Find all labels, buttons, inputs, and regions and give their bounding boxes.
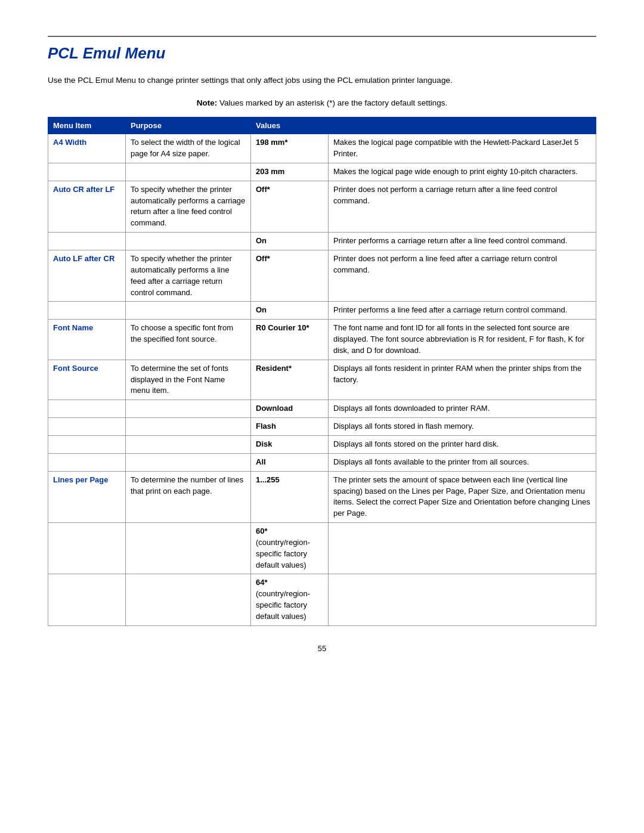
value-download: Download xyxy=(251,400,329,418)
desc-resident: Displays all fonts resident in printer R… xyxy=(329,360,596,400)
purpose-empty2 xyxy=(126,233,251,250)
purpose-empty7 xyxy=(126,453,251,471)
menu-item-a4width: A4 Width xyxy=(48,134,126,163)
menu-item-fontsource: Font Source xyxy=(48,360,126,400)
table-row: Font Source To determine the set of font… xyxy=(48,360,596,400)
table-row: Lines per Page To determine the number o… xyxy=(48,471,596,522)
note-text: Note: Values marked by an asterisk (*) a… xyxy=(48,98,596,107)
table-row: Flash Displays all fonts stored in flash… xyxy=(48,418,596,436)
desc-203mm: Makes the logical page wide enough to pr… xyxy=(329,163,596,181)
value-203mm: 203 mm xyxy=(251,163,329,181)
value-flash: Flash xyxy=(251,418,329,436)
desc-64 xyxy=(329,574,596,625)
desc-disk: Displays all fonts stored on the printer… xyxy=(329,435,596,453)
value-198mm: 198 mm* xyxy=(251,134,329,163)
menu-item-empty2 xyxy=(48,233,126,250)
menu-item-empty4 xyxy=(48,400,126,418)
value-disk: Disk xyxy=(251,435,329,453)
purpose-empty4 xyxy=(126,400,251,418)
table-row: All Displays all fonts available to the … xyxy=(48,453,596,471)
table-row: On Printer performs a carriage return af… xyxy=(48,233,596,250)
purpose-autocr: To specify whether the printer automatic… xyxy=(126,181,251,232)
desc-60 xyxy=(329,523,596,574)
purpose-empty6 xyxy=(126,435,251,453)
header-menu-item: Menu Item xyxy=(48,117,126,134)
desc-r0courier: The font name and font ID for all fonts … xyxy=(329,320,596,360)
desc-lf-off: Printer does not perform a line feed aft… xyxy=(329,250,596,302)
purpose-empty5 xyxy=(126,418,251,436)
value-all: All xyxy=(251,453,329,471)
header-values: Values xyxy=(251,117,329,134)
desc-198mm: Makes the logical page compatible with t… xyxy=(329,134,596,163)
value-64: 64*(country/region-specific factory defa… xyxy=(251,574,329,625)
desc-download: Displays all fonts downloaded to printer… xyxy=(329,400,596,418)
purpose-autolf: To specify whether the printer automatic… xyxy=(126,250,251,302)
table-row: A4 Width To select the width of the logi… xyxy=(48,134,596,163)
value-lf-off: Off* xyxy=(251,250,329,302)
desc-flash: Displays all fonts stored in flash memor… xyxy=(329,418,596,436)
value-lf-on: On xyxy=(251,302,329,320)
value-60: 60*(country/region-specific factory defa… xyxy=(251,523,329,574)
table-row: Download Displays all fonts downloaded t… xyxy=(48,400,596,418)
table-row: On Printer performs a line feed after a … xyxy=(48,302,596,320)
menu-item-autolf: Auto LF after CR xyxy=(48,250,126,302)
purpose-empty8 xyxy=(126,523,251,574)
table-row: Auto LF after CR To specify whether the … xyxy=(48,250,596,302)
purpose-empty3 xyxy=(126,302,251,320)
value-1-255: 1...255 xyxy=(251,471,329,522)
menu-item-empty9 xyxy=(48,574,126,625)
menu-item-autocr: Auto CR after LF xyxy=(48,181,126,232)
purpose-a4width: To select the width of the logical page … xyxy=(126,134,251,163)
menu-item-empty8 xyxy=(48,523,126,574)
value-resident: Resident* xyxy=(251,360,329,400)
table-row: 60*(country/region-specific factory defa… xyxy=(48,523,596,574)
menu-item-empty6 xyxy=(48,435,126,453)
menu-item-empty7 xyxy=(48,453,126,471)
intro-paragraph: Use the PCL Emul Menu to change printer … xyxy=(48,75,596,86)
purpose-fontsource: To determine the set of fonts displayed … xyxy=(126,360,251,400)
table-row: 64*(country/region-specific factory defa… xyxy=(48,574,596,625)
menu-item-empty3 xyxy=(48,302,126,320)
purpose-linesperpage: To determine the number of lines that pr… xyxy=(126,471,251,522)
table-row: 203 mm Makes the logical page wide enoug… xyxy=(48,163,596,181)
menu-item-fontname: Font Name xyxy=(48,320,126,360)
desc-linesperpage: The printer sets the amount of space bet… xyxy=(329,471,596,522)
table-row: Disk Displays all fonts stored on the pr… xyxy=(48,435,596,453)
page-number: 55 xyxy=(48,644,596,653)
table-row: Font Name To choose a specific font from… xyxy=(48,320,596,360)
purpose-fontname: To choose a specific font from the speci… xyxy=(126,320,251,360)
value-cr-on: On xyxy=(251,233,329,250)
desc-cr-on: Printer performs a carriage return after… xyxy=(329,233,596,250)
desc-all: Displays all fonts available to the prin… xyxy=(329,453,596,471)
table-row: Auto CR after LF To specify whether the … xyxy=(48,181,596,232)
menu-item-empty1 xyxy=(48,163,126,181)
desc-lf-on: Printer performs a line feed after a car… xyxy=(329,302,596,320)
purpose-empty9 xyxy=(126,574,251,625)
header-description xyxy=(329,117,596,134)
desc-cr-off: Printer does not perform a carriage retu… xyxy=(329,181,596,232)
menu-item-linesperpage: Lines per Page xyxy=(48,471,126,522)
page-title: PCL Emul Menu xyxy=(48,36,596,63)
menu-item-empty5 xyxy=(48,418,126,436)
header-purpose: Purpose xyxy=(126,117,251,134)
pcl-emul-table: Menu Item Purpose Values A4 Width To sel… xyxy=(48,117,596,626)
value-cr-off: Off* xyxy=(251,181,329,232)
value-r0courier: R0 Courier 10* xyxy=(251,320,329,360)
table-header-row: Menu Item Purpose Values xyxy=(48,117,596,134)
purpose-empty1 xyxy=(126,163,251,181)
